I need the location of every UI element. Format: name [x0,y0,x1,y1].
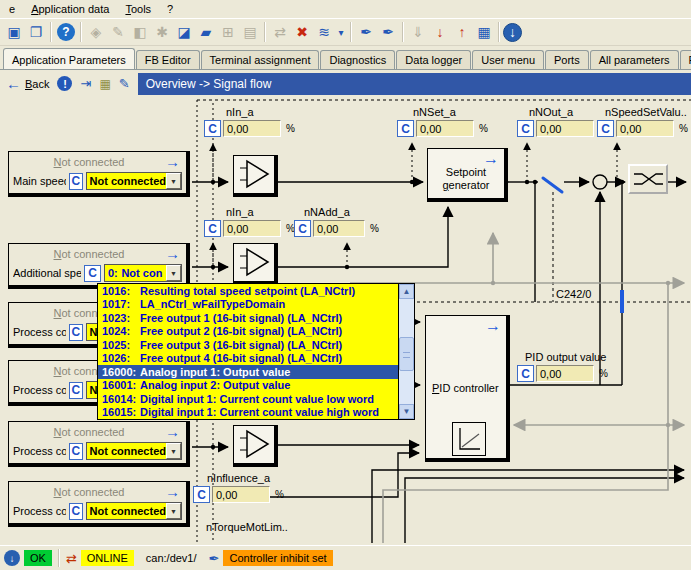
dropdown-option[interactable]: 16014:Digital input 1: Current count val… [98,392,398,406]
code-button[interactable]: C [69,503,83,520]
menu-tools[interactable]: Tools [118,1,158,17]
navigate-arrow-icon[interactable]: → [165,426,180,438]
bookmark-set-icon[interactable]: ✒ [355,21,377,43]
block-label: Process contr.. [13,384,66,396]
properties-icon[interactable]: ✎ [119,76,130,91]
navigate-arrow-icon[interactable]: → [165,486,180,498]
signal-value-input[interactable] [616,120,674,137]
tab-fb-editor[interactable]: FB Editor [136,50,200,69]
navigate-arrow-icon[interactable]: → [165,156,180,168]
code-button[interactable]: C [193,486,210,503]
signal-value-input[interactable] [212,486,270,503]
dropdown-option[interactable]: 1025:Free output 3 (16-bit signal) (LA_N… [98,338,398,352]
insert-block-icon[interactable]: ▰ [195,21,217,43]
collapse-icon[interactable]: ⇓ [407,21,429,43]
disconnect-icon[interactable]: ✖ [291,21,313,43]
signal-value-input[interactable] [536,120,594,137]
code-button[interactable]: C [69,382,83,399]
code-button[interactable]: C [204,220,221,237]
online-status-icon: ⇄ [66,551,77,566]
navigate-arrow-icon[interactable]: → [483,152,499,165]
scrollbar-track[interactable] [399,299,414,404]
signal-source-combo-open[interactable]: 0: Not con ▼ [104,264,182,282]
signal-value-input[interactable] [313,220,365,237]
import-device-icon[interactable]: ◪ [173,21,195,43]
dropdown-scrollbar[interactable]: ▲ ▼ [398,284,414,419]
signal-value-input[interactable] [536,365,594,382]
menu-application-data[interactable]: Application data [24,1,116,17]
window-list-icon[interactable]: ▤ [239,21,261,43]
scroll-up-button[interactable]: ▲ [399,284,414,299]
cascade-windows-icon[interactable]: ❐ [25,21,47,43]
signal-value-input[interactable] [223,120,281,137]
accept-icon[interactable]: ◧ [129,21,151,43]
alert-icon[interactable]: ! [57,76,72,91]
upload-params-icon[interactable]: ↑ [451,21,473,43]
tag-icon[interactable]: ▦ [99,77,110,91]
navigate-arrow-icon[interactable]: → [485,319,501,332]
menu-file-fragment[interactable]: e [2,1,22,17]
signal-sound-icon[interactable]: ≋ [313,21,335,43]
tab-diagnostics[interactable]: Diagnostics [320,50,395,69]
code-button[interactable]: C [397,120,414,137]
navigate-arrow-icon[interactable]: → [165,248,180,260]
download-params-icon[interactable]: ↓ [429,21,451,43]
dropdown-caret-icon[interactable]: ▾ [335,21,347,43]
tab-application-parameters[interactable]: Application Parameters [3,48,135,70]
setpoint-generator-block[interactable]: → Setpoint generator [427,148,508,202]
dropdown-option[interactable]: 1024:Free output 2 (16-bit signal) (LA_N… [98,325,398,339]
scrollbar-thumb[interactable] [399,337,414,371]
combo-dropdown-button[interactable]: ▼ [166,443,181,459]
dropdown-option[interactable]: 1026:Free output 4 (16-bit signal) (LA_N… [98,352,398,366]
code-button[interactable]: C [517,120,534,137]
tab-data-logger[interactable]: Data logger [396,50,471,69]
code-button[interactable]: C [204,120,221,137]
save-params-icon[interactable]: ▦ [473,21,495,43]
code-button[interactable]: C [69,173,83,190]
combo-dropdown-button[interactable]: ▼ [166,265,181,281]
tab-terminal-assignment[interactable]: Terminal assignment [201,50,320,69]
menu-help[interactable]: ? [160,1,180,17]
signal-value-input[interactable] [223,220,281,237]
signal-source-combo[interactable]: Not connected ▼ [86,442,182,460]
code-button[interactable]: C [294,220,311,237]
go-online-icon[interactable]: ↓ [503,23,522,42]
code-button[interactable]: C [597,120,614,137]
code-button[interactable]: C [84,265,101,282]
signal-value-input[interactable] [416,120,474,137]
code-button[interactable]: C [69,443,83,460]
limiter-block [628,164,668,194]
combo-dropdown-button[interactable]: ▼ [166,173,181,189]
back-button[interactable]: ← Back [6,75,49,92]
dropdown-option[interactable]: 1017:LA_nCtrl_wFailTypeDomain [98,298,398,312]
help-icon[interactable]: ? [57,23,75,41]
code-button[interactable]: C [517,365,534,382]
dropdown-option[interactable]: 16001:Analog input 2: Output value [98,379,398,393]
scroll-down-button[interactable]: ▼ [399,404,414,419]
block-label: Process contr.. [13,445,66,457]
signal-label: nNAdd_a [304,206,379,218]
pid-controller-block[interactable]: → PID controller [425,315,510,462]
bookmark-goto-icon[interactable]: ✒ [377,21,399,43]
compare-icon[interactable]: ◈ [85,21,107,43]
tab-ports[interactable]: Ports [545,50,589,69]
goto-icon[interactable]: ⇥ [80,76,91,91]
topology-icon[interactable]: ⊞ [217,21,239,43]
dropdown-option[interactable]: 1023:Free output 1 (16-bit signal) (LA_N… [98,311,398,325]
dropdown-option[interactable]: 1016:Resulting total speed setpoint (LA_… [98,284,398,298]
connect-icon[interactable]: ⇄ [269,21,291,43]
tab-all-parameters[interactable]: All parameters [590,50,679,69]
connection-status: Not connected [13,426,165,438]
tab-properties[interactable]: Properties [680,50,691,69]
app-window-icon[interactable]: ▣ [3,21,25,43]
signal-source-combo[interactable]: Not connected ▼ [86,502,182,520]
ok-status-icon: ↓ [4,550,20,566]
code-button[interactable]: C [69,324,83,341]
combo-dropdown-button[interactable]: ▼ [166,503,181,519]
dropdown-option-selected[interactable]: 16000:Analog input 1: Output value [98,365,398,379]
signal-source-combo[interactable]: Not connected ▼ [86,172,182,190]
dropdown-option[interactable]: 16015:Digital input 1: Current count val… [98,406,398,420]
tab-user-menu[interactable]: User menu [472,50,544,69]
wizard-icon[interactable]: ✱ [151,21,173,43]
edit-icon[interactable]: ✎ [107,21,129,43]
